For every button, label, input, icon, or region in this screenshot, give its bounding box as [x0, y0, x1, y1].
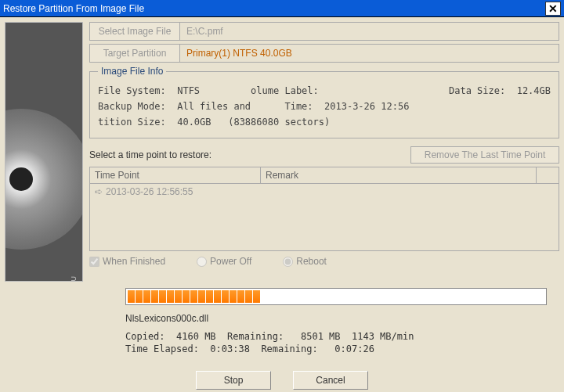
time-point-grid[interactable]: Time Point Remark ➪ 2013-03-26 12:56:55: [89, 167, 559, 251]
stop-button[interactable]: Stop: [196, 371, 271, 390]
brand-text: PARTITIONGURU: [70, 276, 78, 282]
progress-segment: [167, 290, 174, 303]
radio-icon[interactable]: [197, 257, 207, 267]
progress-segment: [347, 290, 354, 303]
progress-segment: [441, 290, 448, 303]
progress-segment: [363, 290, 370, 303]
select-time-point-label: Select a time point to restore:: [89, 149, 410, 160]
title-bar: Restore Partition From Image File ✕: [0, 0, 564, 17]
progress-segment: [183, 290, 190, 303]
table-row[interactable]: ➪ 2013-03-26 12:56:55: [90, 184, 559, 200]
image-file-info-legend: Image File Info: [98, 66, 166, 77]
info-line-2: Backup Mode: All files and Time: 2013-3-…: [98, 99, 551, 114]
progress-segment: [190, 290, 197, 303]
progress-segment: [449, 290, 456, 303]
progress-segment: [261, 290, 268, 303]
progress-segment: [292, 290, 299, 303]
radio-icon[interactable]: [283, 257, 293, 267]
progress-segment: [237, 290, 244, 303]
target-partition-field: Primary(1) NTFS 40.0GB: [180, 44, 559, 63]
progress-segment: [284, 290, 291, 303]
progress-segment: [300, 290, 307, 303]
main-panel: Select Image File E:\C.pmf Target Partit…: [83, 22, 559, 282]
progress-segment: [214, 290, 221, 303]
progress-segment: [457, 290, 464, 303]
progress-segment: [136, 290, 143, 303]
progress-segment: [386, 290, 393, 303]
cancel-button[interactable]: Cancel: [293, 371, 368, 390]
progress-stats: Copied: 4160 MB Remaining: 8501 MB 1143 …: [125, 330, 553, 355]
progress-segment: [425, 290, 432, 303]
progress-segment: [316, 290, 323, 303]
progress-segment: [339, 290, 346, 303]
progress-segment: [433, 290, 440, 303]
disk-illustration: PARTITIONGURU: [5, 22, 83, 282]
time-point-value: 2013-03-26 12:56:55: [106, 186, 193, 197]
progress-segment: [159, 290, 166, 303]
progress-segment: [222, 290, 229, 303]
remove-last-time-point-button[interactable]: Remove The Last Time Point: [410, 146, 559, 164]
progress-segment: [175, 290, 182, 303]
reboot-radio[interactable]: Reboot: [283, 256, 327, 267]
power-off-radio[interactable]: Power Off: [197, 256, 251, 267]
progress-segment: [410, 290, 417, 303]
content-area: PARTITIONGURU Select Image File E:\C.pmf…: [0, 17, 564, 282]
progress-segment: [496, 290, 503, 303]
progress-segment: [371, 290, 378, 303]
progress-segment: [151, 290, 158, 303]
progress-segment: [402, 290, 409, 303]
col-spacer: [537, 167, 559, 183]
progress-segment: [128, 290, 135, 303]
image-path-field: E:\C.pmf: [180, 22, 559, 41]
info-line-3: tition Size: 40.0GB (83886080 sectors): [98, 114, 551, 130]
col-remark: Remark: [261, 167, 537, 183]
progress-segment: [394, 290, 401, 303]
progress-segment: [488, 290, 495, 303]
progress-segment: [269, 290, 276, 303]
progress-segment: [465, 290, 472, 303]
progress-segment: [277, 290, 284, 303]
checkbox-icon[interactable]: [89, 257, 99, 267]
progress-bar: [125, 288, 547, 305]
progress-segment: [378, 290, 385, 303]
progress-segment: [324, 290, 331, 303]
progress-segment: [504, 290, 511, 303]
progress-segment: [245, 290, 252, 303]
footer-buttons: Stop Cancel: [0, 371, 564, 390]
col-time-point: Time Point: [90, 167, 261, 183]
image-file-info-group: Image File Info File System: NTFS olume …: [89, 66, 559, 138]
progress-segment: [512, 290, 519, 303]
progress-segment: [331, 290, 338, 303]
select-image-file-button[interactable]: Select Image File: [89, 22, 180, 41]
progress-segment: [480, 290, 487, 303]
finish-options: When Finished Power Off Reboot: [89, 256, 559, 267]
grid-header: Time Point Remark: [90, 167, 559, 184]
progress-segment: [253, 290, 260, 303]
when-finished-checkbox[interactable]: When Finished: [89, 256, 165, 267]
progress-segment: [308, 290, 315, 303]
close-button[interactable]: ✕: [545, 2, 561, 16]
progress-segment: [206, 290, 213, 303]
progress-segment: [355, 290, 362, 303]
current-file-label: NlsLexicons000c.dll: [125, 313, 553, 324]
progress-segment: [143, 290, 150, 303]
progress-segment: [472, 290, 479, 303]
progress-segment: [418, 290, 425, 303]
progress-segment: [198, 290, 205, 303]
target-partition-button[interactable]: Target Partition: [89, 44, 180, 63]
window-title: Restore Partition From Image File: [3, 3, 545, 14]
arrow-right-icon: ➪: [95, 186, 103, 197]
info-line-1: File System: NTFS olume Label: Data Size…: [98, 83, 551, 99]
progress-segment: [230, 290, 237, 303]
